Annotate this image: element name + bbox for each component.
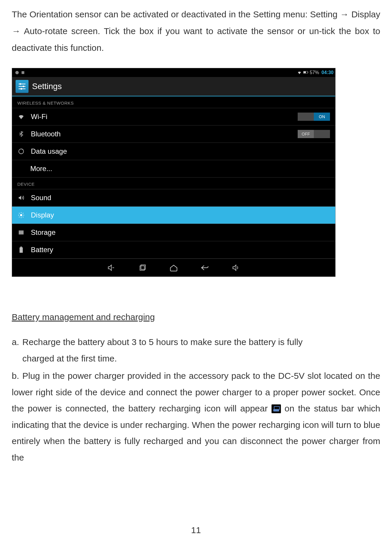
wifi-icon — [297, 71, 302, 75]
svg-line-20 — [23, 213, 24, 214]
svg-rect-22 — [19, 232, 24, 233]
battery-charging-icon — [272, 404, 281, 413]
svg-line-18 — [23, 217, 24, 217]
svg-rect-4 — [304, 71, 306, 73]
list: a.Recharge the battery about 3 to 5 hour… — [12, 334, 380, 466]
storage-row[interactable]: Storage — [12, 224, 335, 241]
sound-row[interactable]: Sound — [12, 189, 335, 207]
display-icon — [17, 212, 25, 218]
sound-label: Sound — [31, 194, 330, 202]
list-item-b: b.Plug in the power charger provided in … — [12, 368, 380, 466]
list-a-line2: charged at the first time. — [12, 350, 380, 367]
battery-label: Battery — [31, 246, 330, 254]
storage-label: Storage — [31, 228, 330, 237]
app-header: Settings — [12, 77, 335, 96]
status-bar: 57% 04:30 — [12, 68, 335, 77]
svg-rect-21 — [19, 231, 24, 232]
data-usage-label: Data usage — [31, 147, 330, 155]
svg-rect-25 — [20, 247, 22, 247]
nav-home-icon[interactable] — [168, 263, 179, 273]
list-item-a: a.Recharge the battery about 3 to 5 hour… — [12, 334, 380, 366]
list-a-line1: Recharge the battery about 3 to 5 hours … — [22, 337, 303, 347]
wifi-icon — [17, 113, 25, 120]
storage-icon — [17, 229, 25, 236]
page-number: 11 — [12, 516, 380, 535]
nav-vol-up-icon[interactable] — [231, 263, 241, 273]
status-time: 04:30 — [321, 70, 334, 75]
svg-rect-3 — [308, 72, 308, 73]
svg-point-6 — [19, 83, 21, 85]
intro-text: The Orientation sensor can be activated … — [12, 6, 380, 56]
settings-screenshot: 57% 04:30 Settings WIRELESS & NETWORKS W… — [12, 68, 336, 277]
sound-icon — [17, 195, 25, 201]
svg-point-12 — [20, 214, 22, 216]
settings-title: Settings — [32, 82, 62, 91]
svg-rect-7 — [19, 86, 25, 87]
battery-percent: 57% — [310, 70, 319, 75]
data-usage-row[interactable]: Data usage — [12, 143, 335, 160]
wifi-label: Wi-Fi — [31, 113, 292, 121]
bluetooth-label: Bluetooth — [31, 130, 292, 138]
svg-point-10 — [21, 88, 22, 90]
bluetooth-icon — [17, 131, 25, 137]
settings-app-icon — [16, 80, 29, 93]
data-usage-icon — [17, 148, 25, 155]
svg-rect-27 — [140, 266, 144, 270]
status-notification-icons — [14, 71, 296, 75]
nav-vol-down-icon[interactable] — [106, 263, 117, 273]
wifi-row[interactable]: Wi-Fi ON — [12, 108, 335, 125]
more-label: More... — [30, 165, 330, 173]
svg-point-8 — [23, 86, 24, 87]
nav-bar — [12, 259, 335, 277]
bluetooth-toggle[interactable]: OFF — [298, 130, 330, 138]
display-row[interactable]: Display — [12, 207, 335, 224]
svg-rect-28 — [141, 265, 145, 269]
section-wireless: WIRELESS & NETWORKS — [12, 96, 335, 108]
svg-line-19 — [19, 217, 20, 217]
section-heading: Battery management and recharging — [12, 312, 380, 322]
more-row[interactable]: More... — [12, 160, 335, 178]
list-marker-b: b. — [12, 368, 22, 384]
svg-rect-23 — [19, 233, 24, 235]
bluetooth-row[interactable]: Bluetooth OFF — [12, 125, 335, 143]
nav-recent-icon[interactable] — [137, 263, 148, 273]
section-device: DEVICE — [12, 178, 335, 189]
nav-back-icon[interactable] — [200, 263, 210, 273]
svg-rect-1 — [21, 71, 24, 74]
battery-row[interactable]: Battery — [12, 241, 335, 259]
wifi-toggle[interactable]: ON — [298, 113, 330, 121]
svg-line-17 — [19, 213, 20, 214]
list-marker-a: a. — [12, 334, 22, 350]
battery-icon — [303, 71, 309, 75]
display-label: Display — [31, 211, 330, 219]
svg-rect-24 — [20, 247, 23, 253]
svg-point-0 — [15, 71, 19, 74]
battery-icon-row — [17, 247, 25, 253]
